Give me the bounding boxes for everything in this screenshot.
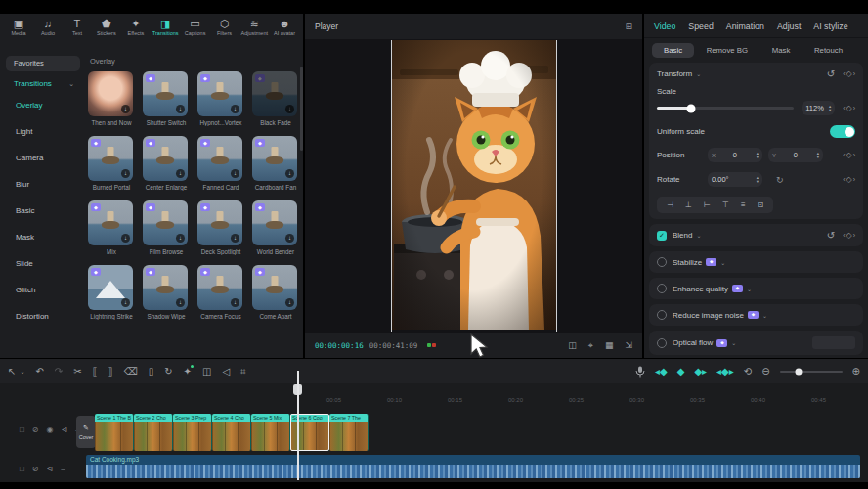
tab-adjust[interactable]: Adjust <box>777 22 801 31</box>
sidebar-item-basic[interactable]: Basic <box>6 198 80 224</box>
tab-speed[interactable]: Speed <box>688 22 713 31</box>
clip-scene-5[interactable]: Scene 5 Mix <box>251 414 290 451</box>
subtab-basic[interactable]: Basic <box>652 43 694 58</box>
align-bottom-icon[interactable]: ⊥ <box>685 200 692 209</box>
timeline-zoom-slider[interactable] <box>780 371 843 373</box>
crop-icon[interactable]: ⌗ <box>240 366 246 378</box>
reduce-noise-checkbox[interactable] <box>657 310 667 320</box>
preview-canvas[interactable] <box>305 39 642 333</box>
marker-icon[interactable]: ◆ <box>677 366 685 377</box>
cover-button[interactable]: ✎ Cover <box>76 416 96 448</box>
subtab-mask[interactable]: Mask <box>760 43 803 58</box>
clip-scene-3[interactable]: Scene 3 Prep <box>173 414 212 451</box>
split-icon[interactable]: ✂ <box>73 366 81 377</box>
rotate-dial-icon[interactable]: ↻ <box>776 175 784 185</box>
track-lock-icon[interactable]: ⊘ <box>32 465 39 473</box>
position-x-stepper[interactable]: ▴▾ <box>757 152 759 159</box>
transition-item[interactable]: ◆↓ World Bender <box>252 200 299 255</box>
transition-item[interactable]: ◆↓ Shutter Switch <box>143 71 190 126</box>
chevron-down-icon[interactable]: ⌄ <box>747 286 752 292</box>
reverse-icon[interactable]: ↻ <box>164 366 172 377</box>
sidebar-item-blur[interactable]: Blur <box>6 171 80 198</box>
player-layout-icon[interactable]: ⊞ <box>625 22 632 31</box>
rotate-field[interactable]: 0.00° ▴▾ <box>708 172 762 187</box>
track-eye-icon[interactable]: ◉ <box>47 425 54 434</box>
scale-keyframe[interactable]: ‹◇› <box>843 104 855 112</box>
select-tool-icon[interactable]: ↖ <box>8 366 16 377</box>
transition-item[interactable]: ◆↓ Hypnot...Vortex <box>197 71 244 126</box>
marker-out-icon[interactable]: ◆▸ <box>694 366 707 377</box>
trim-right-icon[interactable]: ⟧ <box>108 366 113 377</box>
sidebar-item-slide[interactable]: Slide <box>6 250 80 277</box>
track-frame-icon[interactable]: □ <box>20 465 24 473</box>
zoom-out-icon[interactable]: ⊖ <box>761 366 769 377</box>
sidebar-item-favorites[interactable]: Favorites <box>6 56 80 71</box>
chevron-down-icon[interactable]: ⌄ <box>696 232 701 239</box>
chevron-down-icon[interactable]: ⌄ <box>696 70 701 77</box>
toolbar-adjustment[interactable]: ≋ Adjustment <box>240 18 268 47</box>
blend-checkbox[interactable]: ✓ <box>657 231 667 241</box>
toolbar-ai-avatar[interactable]: ☻ AI avatar <box>272 18 297 47</box>
fullscreen-icon[interactable]: ⇲ <box>625 340 632 351</box>
redo-icon[interactable]: ↷ <box>55 366 63 377</box>
align-left-icon[interactable]: ⊣ <box>667 200 673 209</box>
sidebar-item-camera[interactable]: Camera <box>6 145 80 171</box>
trim-left-icon[interactable]: ⟦ <box>93 366 98 377</box>
transition-item[interactable]: ◆↓ Fanned Card <box>197 136 244 191</box>
clip-scene-1[interactable]: Scene 1 The B <box>95 414 134 451</box>
toolbar-effects[interactable]: ✦ Effects <box>123 18 149 47</box>
preview-axis-icon[interactable]: ⟲ <box>744 366 752 377</box>
quality-icon[interactable]: ▦ <box>605 340 614 351</box>
transition-item[interactable]: ◆↓ Come Apart <box>252 265 299 320</box>
grid-scrollbar[interactable] <box>300 67 303 151</box>
sidebar-item-distortion[interactable]: Distortion <box>6 303 80 330</box>
transition-item[interactable]: ◆↓ Burned Portal <box>88 136 135 191</box>
volume-icon[interactable]: ◁ <box>222 366 230 377</box>
clip-scene-7[interactable]: Scene 7 The <box>329 414 369 451</box>
optical-flow-mode-button[interactable] <box>812 336 855 349</box>
position-y-field[interactable]: Y 0 ▴▾ <box>768 148 823 162</box>
subtab-retouch[interactable]: Retouch <box>803 43 854 58</box>
video-frame[interactable] <box>391 40 557 332</box>
enhance-quality-checkbox[interactable] <box>657 284 667 293</box>
uniform-scale-toggle[interactable] <box>830 125 855 138</box>
toolbar-media[interactable]: ▣ Media <box>6 18 31 47</box>
rotate-stepper[interactable]: ▴▾ <box>757 176 759 184</box>
transition-item[interactable]: ◆↓ Black Fade <box>252 71 299 126</box>
playhead-line[interactable] <box>297 371 299 480</box>
marker-range-icon[interactable]: ◂◆▸ <box>716 366 734 377</box>
transition-item[interactable]: ◆↓ Deck Spotlight <box>197 200 244 255</box>
align-center-v-icon[interactable]: ⊡ <box>758 200 764 209</box>
transition-item[interactable]: ◆↓ Center Enlarge <box>143 136 190 191</box>
keyframe-control[interactable]: ‹◇› <box>843 69 855 78</box>
toolbar-text[interactable]: T Text <box>65 18 90 47</box>
subtab-remove-bg[interactable]: Remove BG <box>695 43 760 58</box>
align-right-icon[interactable]: ⊢ <box>704 200 711 209</box>
microphone-icon[interactable] <box>635 366 645 378</box>
zoom-in-icon[interactable]: ⊕ <box>852 366 860 377</box>
track-mute-icon[interactable]: ⊲ <box>47 465 54 473</box>
toolbar-transitions[interactable]: ◨ Transitions <box>152 18 179 47</box>
transition-item[interactable]: ◆↓ Lightning Strike <box>88 265 135 320</box>
position-x-field[interactable]: X 0 ▴▾ <box>708 148 762 162</box>
transition-item[interactable]: ◆↓ Shadow Wipe <box>143 265 190 320</box>
transition-item[interactable]: ◆↓ Camera Focus <box>197 265 244 320</box>
rotate-keyframe[interactable]: ‹◇› <box>843 175 855 184</box>
clip-scene-2[interactable]: Scene 2 Cho <box>134 414 173 451</box>
chevron-down-icon[interactable]: ⌄ <box>20 368 24 375</box>
sidebar-item-mask[interactable]: Mask <box>6 224 80 250</box>
scale-stepper[interactable]: ▴▾ <box>829 105 831 112</box>
mirror-icon[interactable]: ◫ <box>202 366 211 377</box>
toolbar-audio[interactable]: ♫ Audio <box>35 18 61 47</box>
track-lock-icon[interactable]: ⊘ <box>32 425 39 434</box>
audio-track-clip[interactable]: Cat Cooking.mp3 <box>86 455 860 478</box>
chevron-down-icon[interactable]: ⌄ <box>720 259 725 266</box>
transition-item[interactable]: ◆↓ Film Browse <box>143 200 190 255</box>
sidebar-item-light[interactable]: Light <box>6 118 80 145</box>
freeze-frame-icon[interactable]: ▯ <box>149 366 154 377</box>
stabilize-checkbox[interactable] <box>657 257 667 267</box>
timeline-ruler[interactable]: 00:05 00:10 00:15 00:20 00:25 00:30 00:3… <box>0 383 868 411</box>
position-y-stepper[interactable]: ▴▾ <box>817 152 819 159</box>
reset-icon[interactable]: ↺ <box>827 230 835 241</box>
aspect-ratio-icon[interactable]: ◫ <box>568 340 577 351</box>
